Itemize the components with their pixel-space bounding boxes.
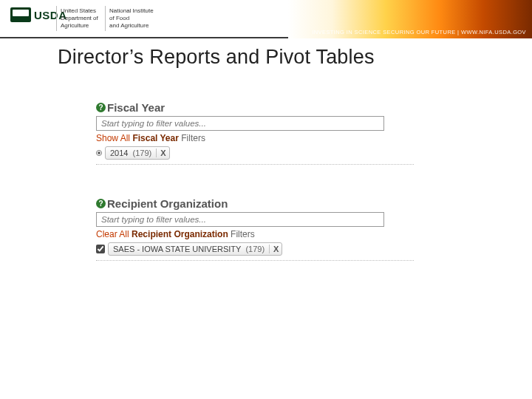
recipient-org-toggle[interactable]: Clear All Recipient Organization Filters — [96, 229, 414, 239]
toggle-label: Recipient Organization — [132, 229, 228, 239]
header-divider — [105, 6, 106, 31]
usda-badge-icon — [10, 7, 31, 22]
fiscal-year-panel: ? Fiscal Year Show All Fiscal Year Filte… — [96, 101, 414, 165]
dept-line: Department of — [61, 15, 102, 22]
nifa-label: National Institute of Food and Agricultu… — [109, 7, 155, 30]
usda-logo: USDA — [10, 7, 67, 22]
fiscal-year-chip[interactable]: 2014 (179) X — [105, 146, 170, 160]
recipient-org-checkbox[interactable] — [96, 245, 105, 253]
toggle-action: Clear All — [96, 229, 129, 239]
recipient-org-panel: ? Recipient Organization Clear All Recip… — [96, 197, 414, 261]
header-divider — [56, 6, 57, 31]
inst-line: National Institute — [109, 7, 155, 15]
dept-line: Agriculture — [61, 22, 102, 30]
fiscal-year-filter-input[interactable] — [96, 116, 384, 131]
help-icon[interactable]: ? — [96, 103, 106, 112]
slide-title: Director’s Reports and Pivot Tables — [0, 38, 532, 69]
dept-line: United States — [61, 7, 102, 15]
chip-remove-icon[interactable]: X — [269, 245, 279, 253]
recipient-org-chip-row: SAES - IOWA STATE UNIVERSITY (179) X — [96, 242, 414, 256]
help-icon[interactable]: ? — [96, 199, 106, 208]
inst-line: and Agriculture — [109, 22, 155, 30]
chip-count: (179) — [132, 149, 151, 157]
fiscal-year-chip-row: 2014 (179) X — [96, 146, 414, 160]
toggle-suffix: Filters — [181, 133, 205, 143]
filter-panels: ? Fiscal Year Show All Fiscal Year Filte… — [0, 69, 532, 261]
chip-value: 2014 — [110, 149, 128, 157]
fiscal-year-heading: Fiscal Year — [107, 101, 165, 114]
recipient-org-chip[interactable]: SAES - IOWA STATE UNIVERSITY (179) X — [108, 242, 282, 256]
panel-header: ? Fiscal Year — [96, 101, 414, 116]
recipient-org-heading: Recipient Organization — [107, 197, 228, 210]
toggle-label: Fiscal Year — [132, 133, 179, 143]
radio-icon[interactable] — [96, 150, 102, 156]
header-tagline: INVESTING IN SCIENCE SECURING OUR FUTURE… — [312, 29, 526, 35]
inst-line: of Food — [109, 15, 155, 22]
chip-remove-icon[interactable]: X — [156, 149, 166, 157]
header-gradient: INVESTING IN SCIENCE SECURING OUR FUTURE… — [288, 0, 532, 38]
toggle-action: Show All — [96, 133, 130, 143]
dept-of-agriculture-label: United States Department of Agriculture — [61, 7, 102, 30]
toggle-suffix: Filters — [231, 229, 255, 239]
fiscal-year-toggle[interactable]: Show All Fiscal Year Filters — [96, 133, 414, 143]
chip-value: SAES - IOWA STATE UNIVERSITY — [113, 245, 241, 253]
recipient-org-filter-input[interactable] — [96, 212, 384, 227]
panel-header: ? Recipient Organization — [96, 197, 414, 212]
panel-divider — [96, 164, 414, 165]
slide-header: INVESTING IN SCIENCE SECURING OUR FUTURE… — [0, 0, 532, 38]
panel-divider — [96, 260, 414, 261]
chip-count: (179) — [245, 245, 265, 253]
